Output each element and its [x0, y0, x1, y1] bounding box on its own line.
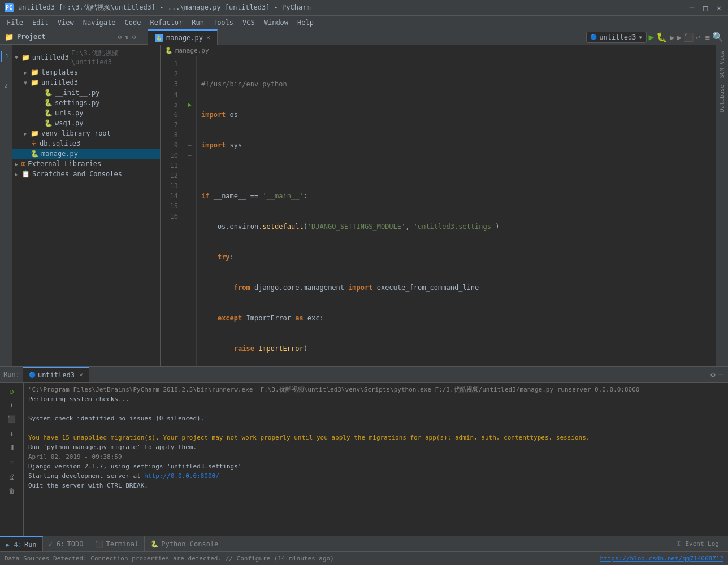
right-tool-strip: SCM View Database [716, 45, 728, 366]
code-editor[interactable]: 12345 678910 1112131415 16 ▶ ─ ─ ─ ─ ─ [161, 56, 716, 366]
gutter-14 [183, 191, 196, 201]
tree-templates[interactable]: ▶ 📁 templates [12, 67, 160, 77]
run-restart-btn[interactable]: ↺ [6, 385, 18, 397]
tree-db[interactable]: ▶ 🗄 db.sqlite3 [12, 138, 160, 149]
rerun-button[interactable]: ↩ [696, 33, 700, 42]
scm-view-tab[interactable]: SCM View [717, 47, 727, 81]
run-print-btn[interactable]: 🖨 [6, 471, 18, 483]
menu-view[interactable]: View [53, 18, 79, 28]
database-tab[interactable]: Database [717, 81, 727, 115]
profile-button[interactable]: ▶ [677, 33, 682, 42]
manage-py-tab[interactable]: 🐍 manage.py ✕ [148, 29, 218, 45]
gutter-fold-12[interactable]: ─ [183, 171, 196, 181]
tree-external-libs[interactable]: ▶ ⊞ External Libraries [12, 159, 160, 169]
taskbar-terminal-tab[interactable]: ⬛ Terminal [89, 536, 145, 551]
menu-vcs[interactable]: VCS [238, 18, 259, 28]
line-numbers: 12345 678910 1112131415 16 [161, 56, 183, 366]
untitled3-folder-arrow: ▼ [24, 80, 31, 86]
root-label: untitled3 [32, 54, 69, 62]
run-pause-btn[interactable]: ⏸ [6, 441, 18, 454]
gutter-16 [183, 211, 196, 221]
left-strip-btn2[interactable]: 2 [1, 80, 12, 92]
bottom-panel: Run: 🔵 untitled3 ✕ ⚙ ─ ↺ ↑ ⬛ ↓ ⏸ ≡ 🖨 🗑 "… [0, 366, 728, 536]
status-bar: Data Sources Detected: Connection proper… [0, 551, 728, 565]
window-controls: ─ □ ✕ [687, 3, 723, 12]
debug-button[interactable]: 🐛 [656, 32, 668, 42]
run-tab-close[interactable]: ✕ [79, 371, 83, 379]
menu-refactor[interactable]: Refactor [145, 18, 187, 28]
run-blank-2 [28, 423, 723, 433]
run-output: "C:\Program Files\JetBrains\PyCharm 2018… [24, 383, 728, 536]
wsgi-label: wsgi.py [55, 119, 84, 127]
run-minimize-btn[interactable]: ─ [719, 370, 723, 379]
db-label: db.sqlite3 [40, 140, 80, 147]
run-scroll-up-btn[interactable]: ↑ [6, 399, 18, 411]
tree-wsgi-py[interactable]: ▶ 🐍 wsgi.py [12, 118, 160, 128]
todo-taskbar-label: TODO [67, 540, 84, 548]
python-console-taskbar-label: Python Console [161, 540, 218, 548]
run-settings-btn[interactable]: ⚙ [710, 370, 715, 379]
untitled3-folder-label: untitled3 [41, 79, 78, 86]
run-tab-icon: 🔵 [29, 372, 36, 378]
manage-py-tab-close[interactable]: ✕ [206, 34, 210, 41]
gutter-fold-9[interactable]: ─ [183, 140, 196, 150]
menu-code[interactable]: Code [120, 18, 146, 28]
project-sort-icon[interactable]: ⇅ [125, 33, 129, 41]
menu-edit[interactable]: Edit [28, 18, 53, 28]
scratches-icon: 📋 [21, 170, 30, 178]
tree-manage-py[interactable]: ▶ 🐍 manage.py [12, 149, 160, 159]
search-everywhere-button[interactable]: 🔍 [712, 32, 723, 42]
tree-urls-py[interactable]: ▶ 🐍 urls.py [12, 108, 160, 118]
title-bar: PC untitled3 [F:\3.优酷视频\untitled3] - ...… [0, 0, 728, 16]
project-label: Project [17, 33, 46, 41]
close-button[interactable]: ✕ [714, 3, 723, 12]
project-gear-icon[interactable]: ⚙ [132, 33, 136, 41]
tree-venv[interactable]: ▶ 📁 venv library root [12, 128, 160, 138]
gutter-fold-13[interactable]: ─ [183, 181, 196, 191]
root-arrow: ▼ [15, 54, 21, 60]
tree-settings-py[interactable]: ▶ 🐍 settings.py [12, 98, 160, 108]
maximize-button[interactable]: □ [701, 3, 710, 12]
run-trash-btn[interactable]: 🗑 [6, 485, 18, 497]
run-config-dropdown[interactable]: 🔵 untitled3 ▾ [586, 32, 646, 43]
tree-untitled3-folder[interactable]: ▼ 📁 untitled3 [12, 77, 160, 88]
menu-help[interactable]: Help [293, 18, 318, 28]
taskbar-python-console-tab[interactable]: 🐍 Python Console [145, 536, 224, 551]
run-django-version: Django version 2.1.7, using settings 'un… [28, 462, 723, 471]
project-minimize-icon[interactable]: ─ [139, 33, 143, 41]
tree-init-py[interactable]: ▶ 🐍 __init__.py [12, 88, 160, 98]
gutter-fold-11[interactable]: ─ [183, 160, 196, 171]
tree-scratches[interactable]: ▶ 📋 Scratches and Consoles [12, 169, 160, 179]
left-strip-project[interactable]: 1 [1, 51, 12, 62]
run-manager-button[interactable]: ≡ [705, 33, 710, 42]
scratches-label: Scratches and Consoles [32, 170, 122, 178]
run-server-link[interactable]: http://0.0.0.0:8000/ [144, 472, 219, 480]
run-coverage-button[interactable]: ▶ [670, 33, 674, 42]
menu-window[interactable]: Window [259, 18, 293, 28]
taskbar-todo-tab[interactable]: ✓ 6: TODO [43, 536, 90, 551]
status-link[interactable]: https://blog.csdn.net/qq714068712 [600, 555, 723, 562]
bottom-taskbar: ▶ 4: Run ✓ 6: TODO ⬛ Terminal 🐍 Python C… [0, 536, 728, 551]
run-migrations-warning: You have 15 unapplied migration(s). Your… [28, 433, 723, 442]
menu-file[interactable]: File [2, 18, 28, 28]
init-py-icon: 🐍 [44, 89, 53, 97]
code-content[interactable]: #!/usr/bin/env python import os import s… [197, 56, 716, 366]
run-tab[interactable]: 🔵 untitled3 ✕ [23, 367, 89, 382]
run-scroll-down-btn[interactable]: ↓ [6, 427, 18, 440]
menu-navigate[interactable]: Navigate [79, 18, 120, 28]
gutter-run-arrow[interactable]: ▶ [183, 99, 196, 110]
app-icon: PC [5, 3, 14, 12]
menu-tools[interactable]: Tools [209, 18, 238, 28]
run-button[interactable]: ▶ [649, 32, 655, 42]
menu-run[interactable]: Run [187, 18, 209, 28]
taskbar-run-tab[interactable]: ▶ 4: Run [0, 536, 43, 551]
run-wrap-btn[interactable]: ≡ [6, 457, 18, 469]
root-folder-icon: 📁 [21, 54, 30, 62]
tree-root[interactable]: ▼ 📁 untitled3 F:\3.优酷视频\untitled3 [12, 47, 160, 67]
gutter-fold-10[interactable]: ─ [183, 150, 196, 160]
stop-button[interactable]: ⬛ [684, 33, 694, 42]
run-stop-btn[interactable]: ⬛ [6, 413, 18, 425]
minimize-button[interactable]: ─ [687, 3, 696, 12]
project-settings-icon[interactable]: ⚙ [118, 33, 122, 41]
run-config-chevron: ▾ [638, 33, 642, 41]
